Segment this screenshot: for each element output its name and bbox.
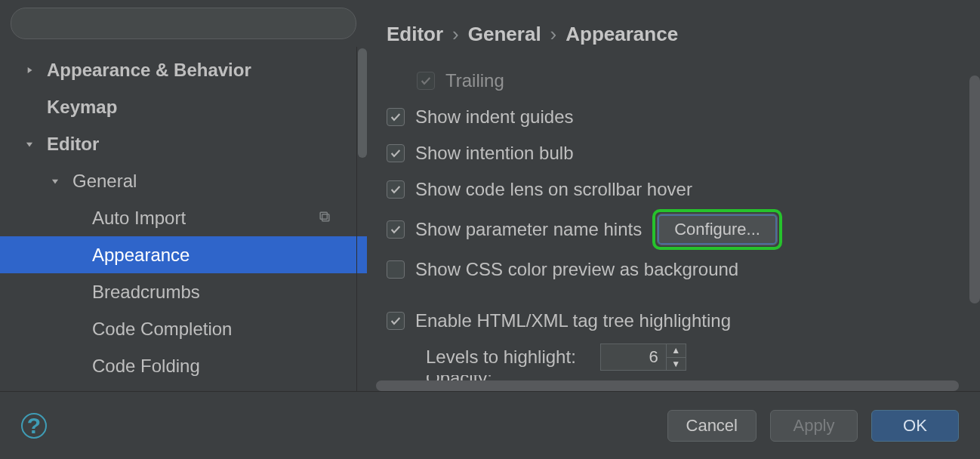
sidebar-item-label: Code Folding	[92, 356, 200, 377]
stepper-value[interactable]: 6	[601, 344, 666, 370]
option-label: Show intention bulb	[415, 143, 573, 164]
option-label: Show code lens on scrollbar hover	[415, 179, 692, 200]
option-show-css-color-preview[interactable]: Show CSS color preview as background	[387, 251, 980, 288]
chevron-right-icon	[21, 62, 38, 79]
divider	[356, 47, 357, 391]
checkbox-icon[interactable]	[387, 144, 405, 162]
option-label: Show indent guides	[415, 106, 573, 128]
sidebar-item-editor[interactable]: Editor	[0, 125, 367, 162]
sidebar-item-auto-import[interactable]: Auto Import	[0, 199, 367, 236]
search-input[interactable]	[11, 8, 356, 39]
chevron-down-icon	[47, 173, 63, 189]
option-show-code-lens[interactable]: Show code lens on scrollbar hover	[387, 171, 980, 208]
sidebar-item-appearance[interactable]: Appearance	[0, 236, 367, 273]
option-label: Trailing	[445, 70, 504, 91]
checkbox-icon[interactable]	[417, 72, 435, 90]
sidebar-item-general[interactable]: General	[0, 162, 367, 199]
svg-rect-3	[320, 212, 327, 219]
checkbox-icon[interactable]	[387, 108, 405, 126]
option-show-intention-bulb[interactable]: Show intention bulb	[387, 135, 980, 171]
breadcrumb: Editor › General › Appearance	[367, 0, 980, 63]
option-trailing[interactable]: Trailing	[387, 63, 980, 99]
option-show-indent-guides[interactable]: Show indent guides	[387, 99, 980, 135]
cancel-button[interactable]: Cancel	[667, 410, 757, 442]
option-levels-to-highlight: Levels to highlight: 6 ▲ ▼	[387, 339, 980, 375]
checkbox-icon[interactable]	[387, 260, 405, 279]
chevron-down-icon	[21, 136, 38, 152]
option-label: Enable HTML/XML tag tree highlighting	[415, 310, 731, 331]
chevron-right-icon: ›	[550, 23, 557, 46]
sidebar-item-code-completion[interactable]: Code Completion	[0, 310, 367, 347]
sidebar-item-label: Code Completion	[92, 319, 232, 340]
sidebar-item-label: Appearance	[92, 245, 190, 266]
highlight-ring: Configure...	[652, 209, 782, 250]
breadcrumb-part[interactable]: Appearance	[566, 23, 678, 46]
settings-tree[interactable]: Appearance & Behavior Keymap Editor Gene…	[0, 45, 367, 391]
checkbox-icon[interactable]	[387, 312, 405, 330]
option-label: Levels to highlight:	[426, 347, 576, 368]
sidebar-item-label: Editor	[47, 134, 99, 155]
help-icon[interactable]: ?	[21, 413, 47, 439]
sidebar-item-keymap[interactable]: Keymap	[0, 88, 367, 125]
checkbox-icon[interactable]	[387, 180, 405, 199]
sidebar-item-label: Appearance & Behavior	[47, 60, 251, 81]
sidebar-item-breadcrumbs[interactable]: Breadcrumbs	[0, 273, 367, 310]
horizontal-scrollbar[interactable]	[376, 380, 959, 391]
svg-rect-2	[322, 214, 329, 220]
vertical-scrollbar[interactable]	[969, 75, 980, 303]
sidebar-item-label: Keymap	[47, 97, 117, 118]
ok-button[interactable]: OK	[871, 410, 959, 442]
sidebar-item-label: General	[72, 171, 137, 192]
sidebar-item-label: Auto Import	[92, 208, 186, 229]
sidebar-item-label: Breadcrumbs	[92, 282, 200, 303]
levels-stepper[interactable]: 6 ▲ ▼	[600, 343, 686, 371]
sidebar-scrollbar[interactable]	[358, 48, 367, 158]
breadcrumb-part[interactable]: General	[468, 23, 541, 46]
checkbox-icon[interactable]	[387, 220, 405, 239]
stepper-down-icon[interactable]: ▼	[667, 358, 686, 371]
option-label: Show CSS color preview as background	[415, 259, 738, 280]
stepper-up-icon[interactable]: ▲	[667, 344, 686, 358]
sidebar-item-appearance-behavior[interactable]: Appearance & Behavior	[0, 51, 367, 88]
configure-button[interactable]: Configure...	[657, 214, 778, 245]
option-enable-html-xml-highlighting[interactable]: Enable HTML/XML tag tree highlighting	[387, 303, 980, 339]
sidebar-item-code-folding[interactable]: Code Folding	[0, 347, 367, 384]
copy-icon	[317, 208, 332, 229]
apply-button[interactable]: Apply	[770, 410, 858, 442]
option-show-parameter-hints[interactable]: Show parameter name hints Configure...	[387, 208, 980, 251]
chevron-right-icon: ›	[452, 23, 459, 46]
option-label: Show parameter name hints	[415, 219, 642, 240]
breadcrumb-part[interactable]: Editor	[387, 23, 443, 46]
